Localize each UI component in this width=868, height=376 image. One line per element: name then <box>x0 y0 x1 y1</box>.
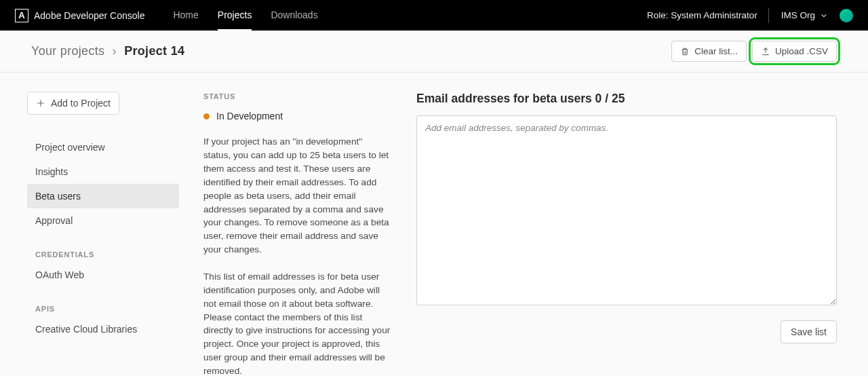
role-label: Role: System Administrator <box>647 8 769 23</box>
status-column: STATUS In Development If your project ha… <box>203 92 392 376</box>
breadcrumb-current: Project 14 <box>124 44 184 58</box>
breadcrumb-parent[interactable]: Your projects <box>31 44 104 58</box>
plus-icon <box>36 98 45 108</box>
sidebar-item-insights[interactable]: Insights <box>27 159 179 184</box>
sidebar-item-creative-cloud-libraries[interactable]: Creative Cloud Libraries <box>27 317 179 341</box>
trash-icon <box>680 47 690 56</box>
main-content: Add to Project Project overview Insights… <box>0 73 868 376</box>
sidebar-credentials-label: CREDENTIALS <box>27 248 179 263</box>
upload-icon <box>761 47 770 56</box>
sidebar-item-project-overview[interactable]: Project overview <box>27 135 179 159</box>
status-value-row: In Development <box>203 109 392 123</box>
upload-csv-label: Upload .CSV <box>775 46 828 56</box>
top-nav: A Adobe Developer Console Home Projects … <box>0 0 868 31</box>
save-list-button[interactable]: Save list <box>781 320 837 343</box>
beta-users-input[interactable] <box>416 115 837 305</box>
nav-home[interactable]: Home <box>173 0 198 31</box>
sidebar-apis-group: APIS Creative Cloud Libraries <box>27 302 179 341</box>
page-actions: Clear list... Upload .CSV <box>671 41 837 62</box>
nav-right: Role: System Administrator IMS Org <box>647 0 853 31</box>
add-to-project-button[interactable]: Add to Project <box>27 92 119 115</box>
sidebar-item-beta-users[interactable]: Beta users <box>27 184 179 208</box>
brand-title: Adobe Developer Console <box>34 10 144 21</box>
clear-list-label: Clear list... <box>694 46 738 56</box>
breadcrumb: Your projects › Project 14 <box>31 44 184 58</box>
avatar[interactable] <box>840 9 853 22</box>
beta-users-content: Email addresses for beta users 0 / 25 Sa… <box>416 92 837 343</box>
nav-downloads[interactable]: Downloads <box>271 0 317 31</box>
save-row: Save list <box>416 320 837 343</box>
org-label: IMS Org <box>781 10 815 20</box>
sidebar-item-approval[interactable]: Approval <box>27 208 179 233</box>
beta-users-title: Email addresses for beta users 0 / 25 <box>416 92 837 106</box>
sidebar-credentials-group: CREDENTIALS OAuth Web <box>27 248 179 287</box>
main-nav: Home Projects Downloads <box>173 0 317 31</box>
nav-projects[interactable]: Projects <box>218 0 252 31</box>
sidebar-main-group: Project overview Insights Beta users App… <box>27 135 179 233</box>
breadcrumb-separator: › <box>113 44 117 58</box>
status-value: In Development <box>216 109 283 123</box>
chevron-down-icon <box>821 12 827 19</box>
status-description-2: This list of email addresses is for beta… <box>203 270 392 376</box>
status-dot-icon <box>203 113 210 119</box>
sidebar: Add to Project Project overview Insights… <box>27 92 179 356</box>
sub-bar: Your projects › Project 14 Clear list...… <box>0 31 868 73</box>
org-switcher[interactable]: IMS Org <box>781 10 827 20</box>
status-description-1: If your project has an "in development" … <box>203 135 392 257</box>
adobe-logo-icon: A <box>15 9 28 22</box>
add-to-project-label: Add to Project <box>51 98 111 109</box>
sidebar-apis-label: APIS <box>27 302 179 317</box>
status-heading: STATUS <box>203 92 392 102</box>
upload-csv-highlight: Upload .CSV <box>752 41 837 62</box>
upload-csv-button[interactable]: Upload .CSV <box>752 41 837 62</box>
sidebar-item-oauth-web[interactable]: OAuth Web <box>27 263 179 287</box>
clear-list-button[interactable]: Clear list... <box>671 41 747 62</box>
